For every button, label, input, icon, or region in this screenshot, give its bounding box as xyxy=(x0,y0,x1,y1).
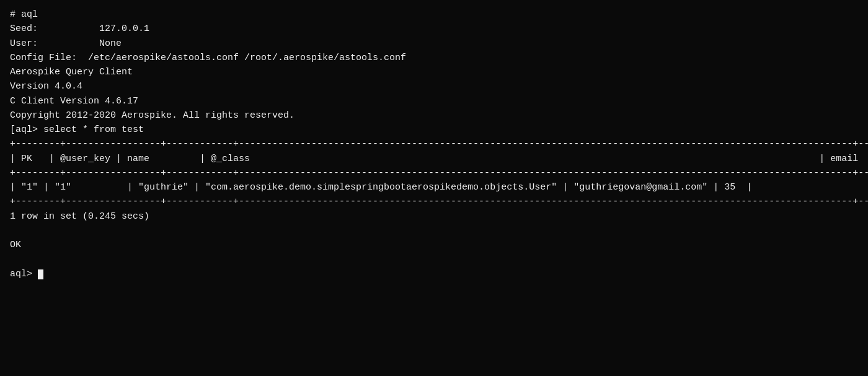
line-hash-aql: # aql xyxy=(10,9,38,20)
table-separator-bottom: +--------+-----------------+------------… xyxy=(10,196,868,207)
table-separator-mid: +--------+-----------------+------------… xyxy=(10,168,868,178)
table-header: | PK | @user_key | name | @_class | emai… xyxy=(10,154,868,164)
line-copyright: Copyright 2012-2020 Aerospike. All right… xyxy=(10,110,294,121)
terminal-window: # aql Seed: 127.0.0.1 User: None Config … xyxy=(0,0,868,376)
line-user: User: None xyxy=(10,38,122,49)
line-seed: Seed: 127.0.0.1 xyxy=(10,24,149,34)
line-client-name: Aerospike Query Client xyxy=(10,67,133,77)
line-c-client: C Client Version 4.6.17 xyxy=(10,96,138,107)
prompt[interactable]: aql> xyxy=(10,269,38,279)
line-version: Version 4.0.4 xyxy=(10,81,82,92)
line-query-command: [aql> select * from test xyxy=(10,125,144,135)
table-data-row: | "1" | "1" | "guthrie" | "com.aerospike… xyxy=(10,182,752,193)
line-rowcount: 1 row in set (0.245 secs) xyxy=(10,211,149,222)
table-separator-top: +--------+-----------------+------------… xyxy=(10,139,868,149)
line-ok: OK xyxy=(10,240,21,250)
line-config: Config File: /etc/aerospike/astools.conf… xyxy=(10,53,406,63)
cursor-blink xyxy=(38,269,43,279)
terminal-output: # aql Seed: 127.0.0.1 User: None Config … xyxy=(10,7,858,281)
